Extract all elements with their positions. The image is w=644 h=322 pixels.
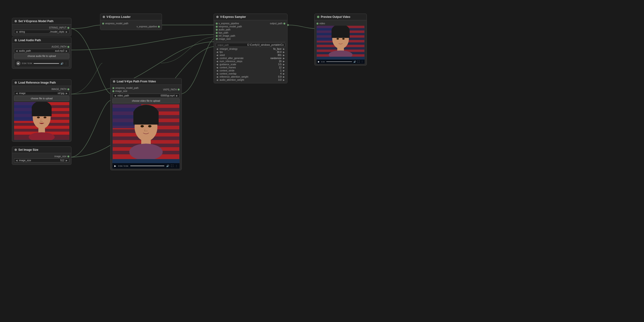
image-path-port-row: IMAGE_PATH [14,88,69,90]
load-vkps-header: Load V-Kps Path From Video [110,78,182,85]
video-preview: ▶ 0:04 / 0:04 🔊 ⛶ ⋮ [112,104,180,168]
param-left-arrow[interactable]: ◀ [216,54,219,56]
video-progress-bar[interactable] [130,166,164,166]
preview-more-icon[interactable]: ⋮ [361,60,363,63]
image-label: image [19,92,41,94]
param-right-arrow[interactable]: ▶ [282,78,285,81]
sampler-in-ports: v_express_pipeline vexpress_model_path a… [216,22,242,41]
pipeline-dot [216,23,218,24]
audio-upload-button[interactable]: choose audio file to upload [14,54,69,58]
set-image-size-header: Set Image Size [12,147,71,153]
param-left-arrow[interactable]: ◀ [216,78,219,81]
image-left-arrow[interactable]: ◀ [15,92,18,94]
video-fullscreen-icon[interactable]: ⛶ [171,164,174,167]
svg-point-62 [342,38,345,40]
set-vexpress-model-header: Set V-Express Model Path [12,18,71,24]
audio-path-port-dot [68,46,69,48]
param-left-arrow[interactable]: ◀ [216,69,219,72]
param-left-arrow[interactable]: ◀ [216,48,219,50]
preview-time: 0:04 [321,61,325,63]
param-right-arrow[interactable]: ▶ [282,69,285,72]
video-path-left-arrow[interactable]: ◀ [114,94,116,97]
param-left-arrow[interactable]: ◀ [216,63,219,66]
node-title: Load Reference Image Path [18,81,56,84]
param-row-context_overlap: ◀ context_overlap 4 ▶ [216,72,285,75]
string-input-row[interactable]: ◀ string ../model_ckpts ▶ [14,30,69,34]
param-right-arrow[interactable]: ▶ [282,57,285,60]
param-left-arrow[interactable]: ◀ [216,57,219,60]
param-value: 20 [267,60,282,63]
string-right-arrow[interactable]: ▶ [65,30,68,33]
param-left-arrow[interactable]: ◀ [216,66,219,69]
image-upload-button[interactable]: choose file to upload [14,96,69,101]
param-right-arrow[interactable]: ▶ [282,66,285,69]
vkps-vexpress-in-port: vexpress_model_path [112,87,138,89]
string-input-port-row: STRING_INPUT [14,26,69,29]
param-value: fix_face [267,48,282,50]
video-play-button[interactable]: ▶ [114,164,116,167]
video-more-icon[interactable]: ⋮ [175,164,178,167]
vexpress-model-in-port: vexpress_model_path [102,22,160,25]
video-face-svg [112,104,180,159]
param-row-reference_attention_weight: ◀ reference_attention_weight 0.9 ▶ [216,76,285,78]
audio-play-button[interactable]: ▶ [16,61,20,66]
param-value: randomize [267,57,282,60]
image-size-port-dot [68,156,69,158]
param-value: 12 [267,66,282,69]
vexpress-pipeline-out-label: v_express_pipeline [136,25,157,28]
svg-point-61 [336,38,339,40]
model-label: vexpress_model_path [219,25,242,28]
param-row-fps: ◀ fps 30.0 ▶ [216,51,285,53]
string-left-arrow[interactable]: ◀ [15,30,18,33]
svg-rect-23 [32,107,52,116]
size-right-arrow[interactable]: ▶ [65,159,68,162]
preview-video-label: video [320,22,325,25]
preview-fullscreen-icon[interactable]: ⛶ [358,60,360,63]
audio-label: audio_path [19,50,41,52]
audio-right-arrow[interactable]: ▶ [65,50,68,52]
video-path-input-row[interactable]: ◀ video_path 00000gt.mp4 ▶ [112,94,180,98]
preview-controls: ▶ 0:04 🔊 ⛶ ⋮ [316,60,365,64]
param-left-arrow[interactable]: ◀ [216,51,219,53]
load-ref-image-node: Load Reference Image Path IMAGE_PATH ◀ i… [12,79,72,142]
param-right-arrow[interactable]: ▶ [282,76,285,78]
audio-volume-icon[interactable]: 🔊 [60,62,63,65]
audio-left-arrow[interactable]: ◀ [15,50,18,52]
param-left-arrow[interactable]: ◀ [216,76,219,78]
param-right-arrow[interactable]: ▶ [282,54,285,56]
node-body: AUDIO_PATH ◀ audio_path aud.mp3 ▶ choose… [12,44,71,68]
image-size-input-row[interactable]: ◀ image_size 512 ▶ [14,158,69,162]
preview-vol-icon[interactable]: 🔊 [354,60,356,63]
size-label: image_size [19,159,41,162]
param-right-arrow[interactable]: ▶ [282,72,285,75]
size-left-arrow[interactable]: ◀ [15,159,18,162]
vkps-imgsize-in-port: image_size [112,90,138,92]
image-input-row[interactable]: ◀ image ref.jpg ▶ [14,91,69,95]
audio-input-row[interactable]: ◀ audio_path aud.mp3 ▶ [14,49,69,53]
param-left-arrow[interactable]: ◀ [216,60,219,63]
video-upload-button[interactable]: choose video file to upload [112,98,180,103]
vkps-out-dot [178,88,180,90]
ref-label: ref_image_path [219,34,235,37]
node-title: V-Express Loader [106,15,130,18]
param-left-arrow[interactable]: ◀ [216,72,219,75]
param-right-arrow[interactable]: ▶ [282,48,285,50]
ref-dot [216,35,218,37]
param-right-arrow[interactable]: ▶ [282,51,285,53]
audio-more-icon[interactable]: ⋮ [65,62,67,65]
param-right-arrow[interactable]: ▶ [282,60,285,63]
image-right-arrow[interactable]: ▶ [65,92,68,94]
param-right-arrow[interactable]: ▶ [282,63,285,66]
output-path-row[interactable]: output_path E:\ComfyUI_windows_portable\… [216,43,285,47]
video-vol-icon[interactable]: 🔊 [166,164,169,167]
audio-time: 0:04 / 0:04 [22,62,32,64]
string-input-port-dot [68,27,69,29]
node-title: V-Express Sampler [220,15,246,18]
node-body: v_express_pipeline vexpress_model_path a… [214,20,287,83]
audio-progress-bar[interactable] [34,63,59,64]
image-path-label: IMAGE_PATH [52,88,66,90]
preview-play-btn[interactable]: ▶ [318,60,320,63]
preview-progress-bar[interactable] [326,62,352,62]
video-path-right-arrow[interactable]: ▶ [176,94,178,97]
image-size-label: image_size [54,155,66,158]
